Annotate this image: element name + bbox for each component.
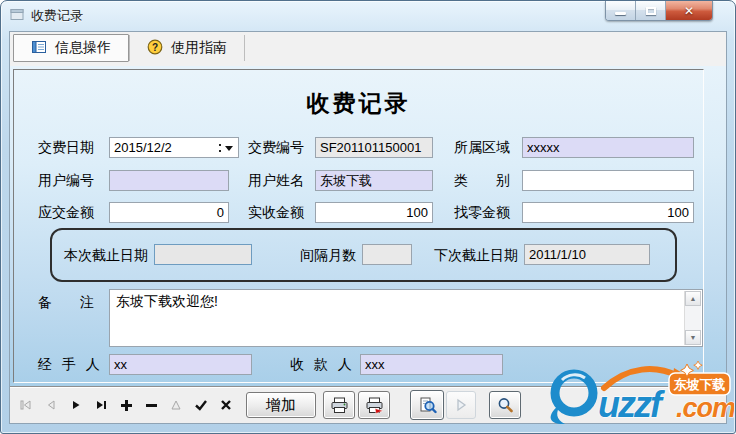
amount-due-field[interactable]: 0 (109, 202, 229, 223)
svg-text:?: ? (152, 41, 158, 52)
payee-field[interactable]: xxx (360, 354, 503, 375)
caption-buttons: ✕ (605, 1, 713, 21)
remarks-scrollbar[interactable]: ▲ ▼ (684, 291, 701, 345)
tab-info-operations[interactable]: 信息操作 (13, 34, 129, 62)
minimize-icon (615, 12, 626, 15)
pay-no-label: 交费编号 (248, 137, 304, 158)
form-region: 收费记录 交费日期 2015/12/2 交费编号 SF201101150001 … (10, 66, 726, 386)
last-record-icon (93, 397, 109, 413)
scroll-up-icon: ▲ (690, 295, 697, 302)
remarks-textarea[interactable]: 东坡下载欢迎您! ▲ ▼ (109, 289, 703, 347)
nav-prior-button (38, 391, 63, 419)
play-icon (453, 397, 469, 413)
form-panel: 收费记录 交费日期 2015/12/2 交费编号 SF201101150001 … (13, 69, 704, 383)
x-icon (218, 397, 234, 413)
logo-badge-label: 东坡下载 (673, 377, 726, 392)
close-icon: ✕ (684, 5, 694, 17)
notebook-icon (31, 39, 47, 58)
region-label: 所属区域 (454, 137, 510, 158)
page-title: 收费记录 (14, 88, 703, 119)
nav-delete-button[interactable] (138, 391, 163, 419)
tab-user-guide[interactable]: ? 使用指南 (129, 35, 245, 61)
nav-last-button[interactable] (88, 391, 113, 419)
scroll-down-icon: ▼ (690, 334, 697, 341)
next-deadline-field[interactable]: 2011/1/10 (524, 244, 650, 265)
interval-months-label: 间隔月数 (300, 245, 356, 266)
category-field[interactable] (522, 170, 694, 191)
nav-next-button[interactable] (63, 391, 88, 419)
pay-no-field[interactable]: SF201101150001 (315, 137, 433, 158)
add-button[interactable]: 增加 (246, 392, 316, 418)
app-window: 收费记录 ✕ 信息操作 ? 使用指南 收费记录 (0, 0, 736, 434)
nav-post-button[interactable] (188, 391, 213, 419)
pay-date-field[interactable]: 2015/12/2 (109, 137, 239, 158)
tab-label: 使用指南 (171, 39, 227, 57)
nav-first-button (13, 391, 38, 419)
logo-text-com: .com (676, 393, 734, 423)
prior-record-icon (43, 397, 59, 413)
sparkle-icon (694, 361, 702, 369)
tab-label: 信息操作 (55, 39, 111, 57)
user-no-label: 用户编号 (38, 170, 94, 191)
plus-icon (118, 397, 134, 413)
user-no-field[interactable] (109, 170, 229, 191)
current-deadline-field[interactable] (154, 244, 252, 265)
pay-date-value: 2015/12/2 (110, 138, 214, 157)
current-deadline-label: 本次截止日期 (64, 245, 148, 266)
remarks-label: 备 注 (38, 292, 94, 313)
run-button (446, 391, 476, 419)
change-amount-label: 找零金额 (454, 202, 510, 223)
maximize-button[interactable] (636, 1, 666, 20)
user-name-label: 用户姓名 (248, 170, 304, 191)
region-field[interactable]: xxxxx (522, 137, 694, 158)
minus-icon (143, 397, 159, 413)
search-button[interactable] (489, 391, 521, 419)
amount-due-label: 应交金额 (38, 202, 94, 223)
change-amount-field[interactable]: 100 (522, 202, 694, 223)
add-button-label: 增加 (266, 396, 296, 415)
nav-insert-button[interactable] (113, 391, 138, 419)
minimize-button[interactable] (606, 1, 636, 20)
question-icon: ? (147, 39, 163, 58)
first-record-icon (18, 397, 34, 413)
deadline-groupbox: 本次截止日期 间隔月数 下次截止日期 2011/1/10 (50, 228, 677, 282)
check-icon (193, 397, 209, 413)
chevron-down-icon (225, 146, 233, 155)
remarks-value: 东坡下载欢迎您! (110, 290, 702, 314)
date-separator (219, 143, 221, 153)
amount-received-label: 实收金额 (248, 202, 304, 223)
handler-field[interactable]: xx (109, 354, 252, 375)
print-export-button[interactable] (358, 391, 390, 419)
payee-label: 收 款 人 (290, 354, 355, 375)
logo-swoosh-icon (555, 374, 593, 412)
preview-icon (418, 397, 437, 414)
print-preview-button[interactable] (410, 390, 444, 420)
interval-months-field[interactable] (362, 244, 412, 265)
category-label: 类 别 (454, 170, 510, 191)
handler-label: 经 手 人 (38, 354, 103, 375)
window-icon (10, 7, 25, 25)
pay-date-label: 交费日期 (38, 137, 94, 158)
amount-received-field[interactable]: 100 (315, 202, 433, 223)
window-title: 收费记录 (31, 7, 83, 25)
edit-record-icon (168, 397, 184, 413)
magnifier-icon (497, 397, 514, 413)
maximize-icon (646, 7, 656, 15)
close-button[interactable]: ✕ (666, 1, 712, 20)
printer-arrow-icon (365, 397, 384, 414)
scroll-up-button[interactable]: ▲ (685, 291, 701, 306)
nav-cancel-button[interactable] (213, 391, 238, 419)
logo-text-main: uzzf (598, 384, 665, 425)
nav-edit-button (163, 391, 188, 419)
printer-icon (330, 397, 349, 414)
scroll-down-button[interactable]: ▼ (685, 330, 701, 345)
tab-bar: 信息操作 ? 使用指南 (10, 32, 726, 64)
user-name-field[interactable]: 东坡下载 (315, 170, 433, 191)
next-record-icon (68, 397, 84, 413)
uzzf-watermark-logo: uzzf .com 东坡下载 (538, 360, 734, 432)
print-button[interactable] (323, 391, 355, 419)
date-dropdown[interactable] (214, 138, 238, 157)
next-deadline-label: 下次截止日期 (434, 245, 518, 266)
